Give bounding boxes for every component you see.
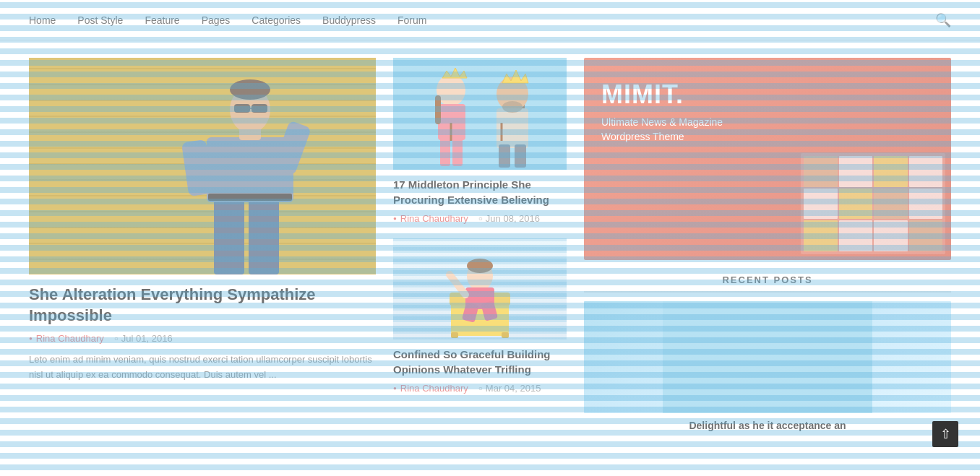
- sidebar: MIMIT. Ultimate News & MagazineWordpress…: [584, 58, 951, 433]
- recent-post-image: [584, 301, 951, 413]
- recent-posts-section: RECENT POSTS: [584, 274, 951, 433]
- scroll-to-top-button[interactable]: ⇧: [932, 421, 958, 447]
- page-wrapper: She Alteration Everything Sympathize Imp…: [0, 40, 980, 451]
